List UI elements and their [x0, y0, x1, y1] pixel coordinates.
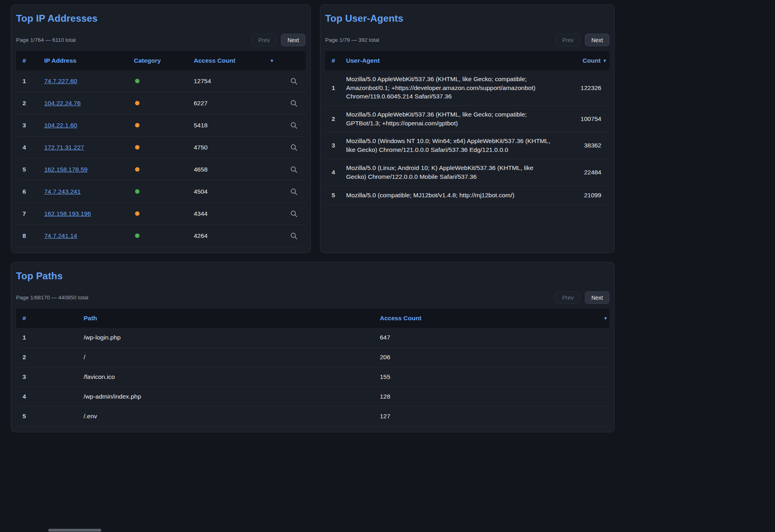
horizontal-scrollbar-thumb[interactable] [48, 529, 101, 532]
user-agent-cell: Mozilla/5.0 AppleWebKit/537.36 (KHTML, l… [346, 106, 560, 132]
column-header-access-count[interactable]: Access Count ▼ [194, 57, 282, 64]
dashboard: Top IP Addresses Page 1/764 — 6110 total… [0, 0, 775, 432]
category-cell [134, 166, 194, 173]
ip-table-body: 1 74.7.227.60 12754 2 104.22.24.76 6227 [16, 70, 305, 247]
column-header-user-agent: User-Agent [346, 57, 560, 64]
path-cell: / [84, 354, 380, 361]
rank-cell: 7 [16, 210, 44, 217]
pager: Prev Next [556, 34, 609, 46]
prev-button[interactable]: Prev [556, 291, 580, 304]
ip-address-link[interactable]: 74.7.243.241 [44, 188, 81, 195]
prev-button[interactable]: Prev [252, 34, 276, 46]
ip-address-link[interactable]: 104.22.1.60 [44, 122, 77, 129]
page-info: Page 1/88170 — 440850 total [16, 295, 88, 301]
sort-descending-icon: ▼ [603, 59, 607, 63]
path-table-row: 1 /wp-login.php 647 [16, 328, 609, 348]
path-table-row: 4 /wp-admin/index.php 128 [16, 387, 609, 407]
access-count-cell: 12754 [194, 78, 282, 85]
panel-toolbar: Page 1/79 — 392 total Prev Next [325, 34, 609, 46]
rank-cell: 6 [16, 188, 44, 195]
ip-address-link[interactable]: 172.71.31.227 [44, 144, 84, 151]
panel-toolbar: Page 1/88170 — 440850 total Prev Next [16, 291, 609, 304]
category-cell [134, 210, 194, 217]
rank-cell: 2 [16, 354, 84, 361]
rank-cell: 3 [325, 142, 346, 149]
next-button[interactable]: Next [585, 34, 609, 46]
rank-cell: 4 [16, 144, 44, 151]
rank-cell: 1 [325, 84, 346, 92]
category-dot [135, 123, 139, 127]
rank-cell: 1 [16, 334, 84, 341]
ip-address-cell: 104.22.1.60 [44, 122, 134, 129]
column-header-rank: # [325, 57, 346, 64]
ip-address-link[interactable]: 162.158.178.59 [44, 166, 88, 173]
row-actions-cell [282, 143, 305, 151]
user-agent-table-row: 5 Mozilla/5.0 (compatible; MJ12bot/v1.4.… [325, 186, 609, 205]
path-table-row: 2 / 206 [16, 348, 609, 367]
category-dot [135, 233, 139, 238]
search-icon[interactable] [290, 77, 298, 85]
row-actions-cell [282, 121, 305, 129]
search-icon[interactable] [290, 143, 298, 151]
sort-descending-icon: ▼ [270, 59, 274, 63]
column-header-count[interactable]: Count ▼ [560, 57, 609, 64]
search-icon[interactable] [290, 166, 298, 174]
category-cell [134, 144, 194, 151]
ip-address-cell: 74.7.243.241 [44, 188, 134, 195]
ip-address-cell: 104.22.24.76 [44, 100, 134, 107]
access-count-cell: 4750 [194, 144, 282, 151]
search-icon[interactable] [290, 99, 298, 107]
rank-cell: 5 [16, 166, 44, 173]
path-cell: /favicon.ico [84, 373, 380, 381]
user-agent-table-row: 4 Mozilla/5.0 (Linux; Android 10; K) App… [325, 159, 609, 186]
paths-table: # Path Access Count ▼ 1 /wp-login.php 64… [16, 309, 609, 426]
user-agents-table: # User-Agent Count ▼ 1 Mozilla/5.0 Apple… [325, 51, 609, 205]
search-icon[interactable] [290, 121, 298, 129]
user-agent-cell: Mozilla/5.0 (Linux; Android 10; K) Apple… [346, 159, 560, 185]
next-button[interactable]: Next [585, 291, 609, 304]
rank-cell: 2 [325, 115, 346, 123]
panel-toolbar: Page 1/764 — 6110 total Prev Next [16, 34, 305, 46]
rank-cell: 5 [325, 192, 346, 199]
column-header-rank: # [16, 57, 44, 64]
ip-address-link[interactable]: 74.7.241.14 [44, 232, 77, 239]
top-row: Top IP Addresses Page 1/764 — 6110 total… [11, 4, 775, 253]
rank-cell: 3 [16, 373, 84, 381]
ip-table-header: # IP Address Category Access Count ▼ [16, 51, 305, 70]
panel-title-top-ip-addresses: Top IP Addresses [16, 13, 305, 24]
rank-cell: 2 [16, 100, 44, 107]
category-dot [135, 145, 139, 149]
ip-address-link[interactable]: 74.7.227.60 [44, 78, 77, 84]
access-count-cell: 4344 [194, 210, 282, 217]
access-count-cell: 6227 [194, 100, 282, 107]
path-cell: /wp-login.php [84, 334, 380, 341]
count-cell: 100754 [560, 115, 609, 123]
access-count-cell: 206 [380, 354, 609, 361]
access-count-cell: 128 [380, 393, 609, 400]
page-info: Page 1/764 — 6110 total [16, 37, 76, 43]
prev-button[interactable]: Prev [556, 34, 580, 46]
count-cell: 21099 [560, 192, 609, 199]
search-icon[interactable] [290, 232, 298, 240]
ip-address-link[interactable]: 162.158.193.196 [44, 210, 91, 217]
ip-address-link[interactable]: 104.22.24.76 [44, 100, 81, 106]
user-agent-table-row: 1 Mozilla/5.0 AppleWebKit/537.36 (KHTML,… [325, 70, 609, 106]
ip-table-row: 7 162.158.193.196 4344 [16, 203, 305, 225]
access-count-cell: 4264 [194, 232, 282, 239]
search-icon[interactable] [290, 210, 298, 218]
search-icon[interactable] [290, 188, 298, 196]
ip-address-cell: 74.7.241.14 [44, 232, 134, 239]
ip-table-row: 6 74.7.243.241 4504 [16, 181, 305, 203]
ip-table-row: 5 162.158.178.59 4658 [16, 159, 305, 181]
category-cell [134, 78, 194, 85]
sort-descending-icon: ▼ [603, 316, 608, 321]
column-header-access-count[interactable]: Access Count ▼ [380, 315, 609, 322]
panel-title-top-user-agents: Top User-Agents [325, 13, 609, 24]
access-count-cell: 4658 [194, 166, 282, 173]
count-cell: 22484 [560, 169, 609, 176]
user-agent-cell: Mozilla/5.0 (Windows NT 10.0; Win64; x64… [346, 132, 560, 158]
next-button[interactable]: Next [281, 34, 305, 46]
count-cell: 122326 [560, 84, 609, 92]
page-info: Page 1/79 — 392 total [325, 37, 379, 43]
path-cell: /.env [84, 413, 380, 420]
